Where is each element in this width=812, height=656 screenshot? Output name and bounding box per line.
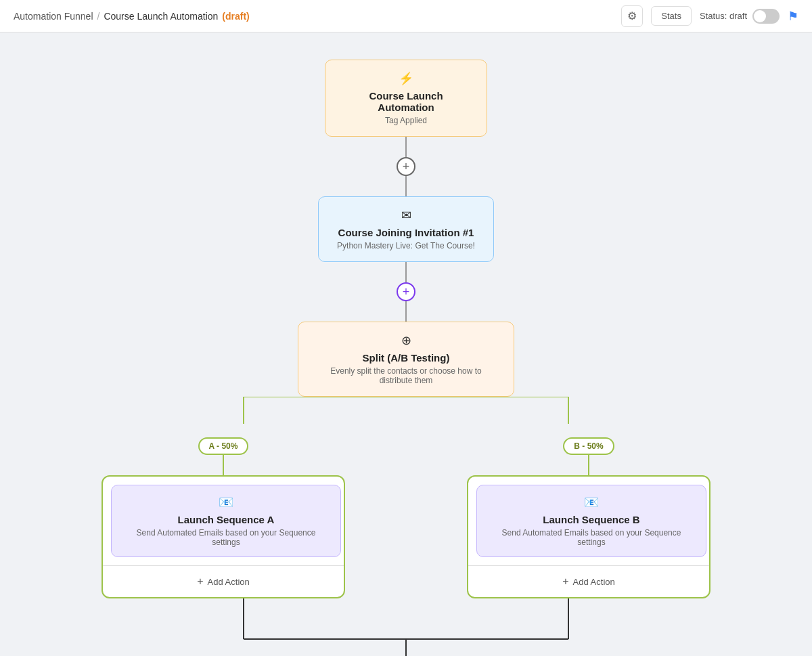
sequence-a-title: Launch Sequence A	[125, 514, 327, 525]
branches-container: A - 50% 📧 Launch Sequence A Send Automat…	[102, 437, 710, 598]
flag-icon[interactable]: ⚑	[788, 9, 798, 24]
add-action-a-label: Add Action	[208, 577, 250, 587]
split-title: Split (A/B Testing)	[315, 352, 497, 364]
split-node[interactable]: ⊕ Split (A/B Testing) Evenly split the c…	[298, 322, 514, 397]
add-action-a[interactable]: + Add Action	[103, 565, 344, 597]
branch-lines-svg	[102, 397, 710, 437]
breadcrumb-draft: (draft)	[222, 11, 249, 22]
connector-1	[405, 137, 407, 157]
email-subtitle: Python Mastery Live: Get The Course!	[335, 241, 477, 250]
add-action-b[interactable]: + Add Action	[468, 565, 709, 597]
status-label: Status: draft	[700, 11, 747, 21]
sequence-b-subtitle: Send Automated Emails based on your Sequ…	[491, 528, 692, 547]
sequence-b-title: Launch Sequence B	[491, 514, 692, 525]
stats-button[interactable]: Stats	[651, 6, 692, 26]
status-area: Status: draft	[700, 9, 780, 24]
sequence-b-node[interactable]: 📧 Launch Sequence B Send Automated Email…	[476, 485, 706, 557]
branch-a-label: A - 50%	[198, 437, 249, 455]
gear-button[interactable]: ⚙	[621, 5, 643, 27]
email-icon: ✉	[335, 208, 477, 223]
branch-a: A - 50% 📧 Launch Sequence A Send Automat…	[102, 437, 345, 598]
split-icon: ⊕	[315, 333, 497, 348]
add-btn-2[interactable]: +	[397, 282, 415, 301]
connector-2	[405, 176, 407, 196]
add-action-b-plus: +	[562, 575, 568, 588]
connector-3	[405, 262, 407, 282]
sequence-a-node[interactable]: 📧 Launch Sequence A Send Automated Email…	[111, 485, 341, 557]
connector-4	[405, 301, 407, 322]
gear-icon: ⚙	[627, 9, 637, 22]
add-btn-1[interactable]: +	[397, 157, 415, 176]
branch-a-sequence: 📧 Launch Sequence A Send Automated Email…	[103, 477, 344, 565]
breadcrumb-root[interactable]: Automation Funnel	[14, 11, 93, 22]
sequence-a-icon: 📧	[125, 495, 327, 510]
branch-b-sequence: 📧 Launch Sequence B Send Automated Email…	[468, 477, 709, 565]
trigger-subtitle: Tag Applied	[342, 116, 470, 125]
split-subtitle: Evenly split the contacts or choose how …	[315, 366, 497, 385]
merge-lines-svg	[102, 598, 710, 656]
trigger-section: ⚡ Course Launch Automation Tag Applied +	[325, 60, 487, 196]
breadcrumb: Automation Funnel / Course Launch Automa…	[14, 11, 250, 22]
trigger-node[interactable]: ⚡ Course Launch Automation Tag Applied	[325, 60, 487, 137]
header-actions: ⚙ Stats Status: draft ⚑	[621, 5, 798, 27]
header: Automation Funnel / Course Launch Automa…	[0, 0, 812, 32]
sequence-b-icon: 📧	[491, 495, 692, 510]
branch-b-connector	[588, 455, 589, 475]
status-toggle[interactable]	[752, 9, 780, 24]
branch-b-label: B - 50%	[563, 437, 614, 455]
split-section: ⊕ Split (A/B Testing) Evenly split the c…	[298, 322, 514, 397]
trigger-title: Course Launch Automation	[342, 90, 470, 113]
email-section: ✉ Course Joining Invitation #1 Python Ma…	[318, 196, 494, 322]
branch-b-card: 📧 Launch Sequence B Send Automated Email…	[467, 475, 710, 598]
breadcrumb-separator: /	[97, 11, 100, 22]
trigger-icon: ⚡	[342, 71, 470, 86]
branch-b: B - 50% 📧 Launch Sequence B Send Automat…	[467, 437, 710, 598]
add-action-b-label: Add Action	[573, 577, 615, 587]
breadcrumb-current: Course Launch Automation	[104, 11, 218, 22]
sequence-a-subtitle: Send Automated Emails based on your Sequ…	[125, 528, 327, 547]
branch-a-connector	[223, 455, 224, 475]
automation-canvas: ⚡ Course Launch Automation Tag Applied +…	[0, 32, 812, 656]
add-action-a-plus: +	[197, 575, 203, 588]
email-node[interactable]: ✉ Course Joining Invitation #1 Python Ma…	[318, 196, 494, 262]
email-title: Course Joining Invitation #1	[335, 227, 477, 238]
branch-a-card: 📧 Launch Sequence A Send Automated Email…	[102, 475, 345, 598]
